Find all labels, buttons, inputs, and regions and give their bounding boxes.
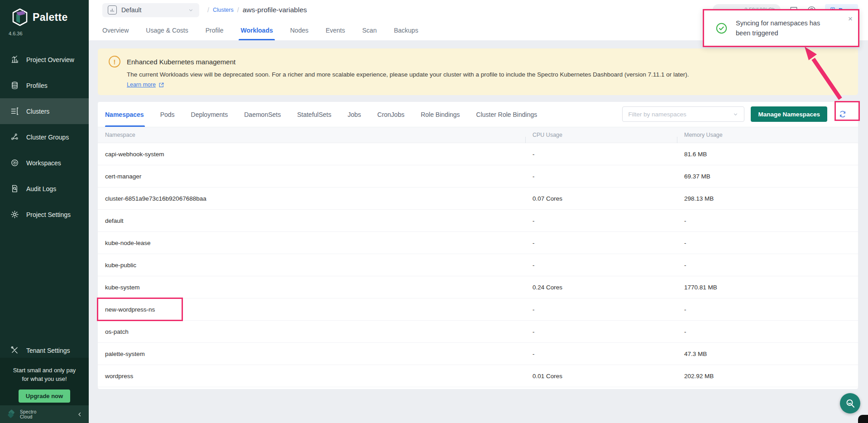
promo-text-line1: Start small and only pay (0, 366, 89, 375)
success-check-icon (715, 22, 728, 34)
namespace-cell: cluster-6851a9e73c16b92067688baa (98, 195, 525, 202)
sidebar-item-label: Cluster Groups (26, 134, 69, 141)
doc-search-icon (10, 184, 19, 193)
sidebar-nav: Project OverviewProfilesClustersCluster … (0, 47, 89, 227)
toast-message: Syncing for namespaces has been triggere… (736, 18, 833, 38)
sidebar-item-audit-logs[interactable]: Audit Logs (0, 176, 89, 202)
project-scope-selector[interactable]: Default (102, 3, 199, 17)
namespace-cell: wordpress (98, 373, 525, 380)
project-scope-value: Default (121, 6, 141, 14)
footer-brand-line1: Spectro (20, 409, 37, 414)
tab-backups[interactable]: Backups (394, 20, 418, 40)
sidebar-item-label: Workspaces (26, 159, 61, 167)
main-area: Default / Clusters / aws-profile-variabl… (89, 0, 868, 423)
namespace-cell: kube-public (98, 262, 525, 269)
table-row-cert-manager[interactable]: cert-manager-69.37 MB (98, 165, 858, 187)
table-row-kube-node-lease[interactable]: kube-node-lease-- (98, 232, 858, 254)
chevron-down-icon (188, 7, 194, 13)
sidebar: Palette 4.6.36 Project OverviewProfilesC… (0, 0, 89, 423)
close-icon[interactable]: × (848, 15, 853, 23)
table-row-kube-system[interactable]: kube-system0.24 Cores1770.81 MB (98, 276, 858, 298)
cpu-cell: - (525, 240, 677, 246)
memory-cell: 47.3 MB (677, 351, 858, 357)
sidebar-item-label: Clusters (26, 108, 49, 115)
subtab-cluster-role-bindings[interactable]: Cluster Role Bindings (476, 102, 537, 127)
upgrade-now-button[interactable]: Upgrade now (19, 389, 70, 403)
sidebar-item-workspaces[interactable]: Workspaces (0, 150, 89, 176)
column-header-namespace: Namespace (98, 132, 525, 138)
cpu-cell: 0.07 Cores (525, 195, 677, 202)
table-row-palette-system[interactable]: palette-system-47.3 MB (98, 343, 858, 365)
palette-logo-icon (12, 8, 28, 26)
table-row-default[interactable]: default-- (98, 210, 858, 232)
table-row-kube-public[interactable]: kube-public-- (98, 254, 858, 276)
sidebar-item-project-overview[interactable]: Project Overview (0, 47, 89, 72)
banner-body: The current Workloads view will be depre… (127, 71, 847, 78)
table-row-wordpress[interactable]: wordpress0.01 Cores202.92 MB (98, 365, 858, 387)
sidebar-item-cluster-groups[interactable]: Cluster Groups (0, 124, 89, 150)
tab-overview[interactable]: Overview (102, 20, 129, 40)
search-icon (845, 398, 856, 409)
sidebar-footer: Spectro Cloud (0, 405, 89, 423)
spectro-cloud-logo-icon (6, 409, 16, 419)
filter-placeholder: Filter by namespaces (628, 111, 686, 118)
table-header: Namespace CPU Usage Memory Usage (98, 127, 858, 143)
footer-brand: Spectro Cloud (20, 409, 37, 419)
namespace-cell: capi-webhook-system (98, 151, 525, 158)
tab-nodes[interactable]: Nodes (290, 20, 308, 40)
table-row-new-wordpress-ns[interactable]: new-wordpress-ns-- (98, 298, 858, 321)
chevron-down-icon (733, 111, 739, 117)
namespace-cell: cert-manager (98, 173, 525, 180)
namespace-cell: os-patch (98, 328, 525, 335)
refresh-button[interactable] (834, 106, 852, 122)
subtab-daemonsets[interactable]: DaemonSets (244, 102, 281, 127)
tab-workloads[interactable]: Workloads (240, 20, 273, 40)
memory-cell: 81.6 MB (677, 151, 858, 158)
nodes-icon (10, 133, 19, 142)
memory-cell: 202.92 MB (677, 373, 858, 380)
table-row-capi-webhook-system[interactable]: capi-webhook-system-81.6 MB (98, 143, 858, 165)
sidebar-item-label: Project Overview (26, 56, 74, 63)
warning-icon: ! (109, 56, 120, 67)
tab-events[interactable]: Events (326, 20, 345, 40)
column-header-memory: Memory Usage (677, 132, 858, 138)
namespace-filter-select[interactable]: Filter by namespaces (622, 106, 744, 122)
subtab-cronjobs[interactable]: CronJobs (377, 102, 404, 127)
footer-brand-line2: Cloud (20, 414, 33, 419)
toast-notification: Syncing for namespaces has been triggere… (703, 9, 859, 47)
table-row-os-patch[interactable]: os-patch-- (98, 321, 858, 343)
memory-cell: - (677, 240, 858, 246)
sidebar-item-clusters[interactable]: Clusters (0, 98, 89, 124)
tab-profile[interactable]: Profile (206, 20, 224, 40)
collapse-sidebar-icon[interactable] (77, 412, 82, 417)
subtab-pods[interactable]: Pods (160, 102, 175, 127)
learn-more-link[interactable]: Learn more (127, 82, 156, 88)
table-row-cluster-6851a9e73c16b92067688baa[interactable]: cluster-6851a9e73c16b92067688baa0.07 Cor… (98, 187, 858, 210)
namespace-cell: kube-system (98, 284, 525, 291)
breadcrumb-clusters-link[interactable]: Clusters (213, 7, 234, 13)
namespace-cell: kube-node-lease (98, 240, 525, 246)
memory-cell: - (677, 306, 858, 313)
refresh-icon (839, 110, 847, 118)
memory-cell: - (677, 217, 858, 224)
sidebar-item-project-settings[interactable]: Project Settings (0, 202, 89, 227)
tab-usage-costs[interactable]: Usage & Costs (146, 20, 188, 40)
subtab-statefulsets[interactable]: StatefulSets (297, 102, 331, 127)
sidebar-item-profiles[interactable]: Profiles (0, 72, 89, 98)
memory-cell: 1770.81 MB (677, 284, 858, 291)
tools-icon (10, 346, 19, 355)
cpu-cell: - (525, 351, 677, 357)
manage-namespaces-button[interactable]: Manage Namespaces (751, 106, 827, 122)
subtab-jobs[interactable]: Jobs (348, 102, 361, 127)
subtab-role-bindings[interactable]: Role Bindings (421, 102, 460, 127)
cpu-cell: - (525, 173, 677, 180)
namespace-cell: palette-system (98, 351, 525, 357)
tab-scan[interactable]: Scan (362, 20, 377, 40)
search-fab-button[interactable] (840, 393, 860, 413)
namespace-cell: default (98, 217, 525, 224)
subtab-namespaces[interactable]: Namespaces (105, 102, 144, 127)
workloads-card: NamespacesPodsDeploymentsDaemonSetsState… (98, 102, 858, 389)
breadcrumb-separator: / (207, 6, 209, 14)
sidebar-item-label: Audit Logs (26, 185, 56, 192)
subtab-deployments[interactable]: Deployments (191, 102, 228, 127)
